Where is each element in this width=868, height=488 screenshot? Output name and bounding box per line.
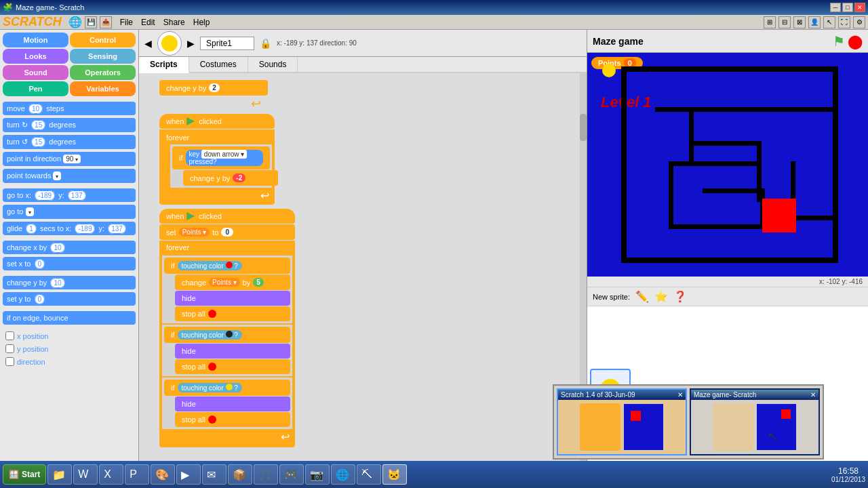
close-button[interactable]: ✕: [854, 3, 865, 12]
block-move-steps[interactable]: move 10 steps: [3, 102, 136, 115]
block-stop-all-3[interactable]: stop all: [175, 412, 290, 427]
taskbar-paint[interactable]: 🎨: [151, 464, 175, 485]
taskbar-game[interactable]: 🎮: [279, 464, 304, 485]
block-glide[interactable]: glide 1 secs to x: -189 y: 137: [3, 222, 136, 235]
tab-costumes[interactable]: Costumes: [189, 57, 248, 72]
block-point-towards[interactable]: point towards: [3, 169, 136, 183]
taskbar-email[interactable]: ✉: [202, 464, 226, 485]
stop-button[interactable]: ⬤: [848, 33, 863, 49]
block-when-clicked-1[interactable]: when clicked: [159, 114, 275, 129]
category-variables[interactable]: Variables: [70, 81, 136, 96]
taskbar: 🪟 Start 📁 W X P 🎨 ▶ ✉ 📦 🎵 🎮 📷 🌐 ⛏ 🐱: [0, 461, 868, 488]
sprite-name[interactable]: Sprite1: [200, 37, 254, 50]
block-goto-xy[interactable]: go to x: -189 y: 137: [3, 188, 136, 202]
block-if-on-edge[interactable]: if on edge, bounce: [3, 311, 136, 325]
stage-canvas: Points 0 Level 1: [587, 53, 868, 277]
block-y-pos[interactable]: y position: [3, 343, 136, 354]
block-set-points[interactable]: set Points ▾ to 0: [159, 224, 295, 240]
share-icon[interactable]: 📤: [100, 16, 112, 28]
taskbar-minecraft[interactable]: ⛏: [357, 464, 381, 485]
block-hide[interactable]: hide: [175, 291, 290, 306]
stage-normal-icon[interactable]: ⊞: [764, 16, 776, 28]
nav-right-icon[interactable]: ▶: [187, 38, 195, 49]
block-stop-all-2[interactable]: stop all: [175, 359, 290, 374]
block-change-x[interactable]: change x by 10: [3, 241, 136, 254]
menu-help[interactable]: Help: [193, 18, 210, 27]
maximize-button[interactable]: □: [842, 3, 853, 12]
help-sprite-icon[interactable]: ❓: [673, 290, 687, 303]
block-when-clicked-2[interactable]: when clicked: [159, 209, 295, 224]
block-set-y[interactable]: set y to 0: [3, 292, 136, 306]
block-x-pos[interactable]: x position: [3, 330, 136, 342]
category-motion[interactable]: Motion: [3, 33, 68, 47]
block-change-points-5[interactable]: change Points ▾ by 5: [175, 274, 290, 290]
arrow-icon[interactable]: ↖: [823, 16, 835, 28]
block-hide-2[interactable]: hide: [175, 344, 290, 359]
taskbar-media[interactable]: ▶: [176, 464, 201, 485]
star-icon[interactable]: ⭐: [654, 290, 668, 303]
thumb-window-1[interactable]: Scratch 1.4 of 30-Jun-09 ✕: [557, 388, 687, 455]
block-if-touching-yellow[interactable]: if touching color ?: [164, 380, 290, 396]
y-pos-checkbox[interactable]: [5, 344, 14, 353]
start-button[interactable]: 🪟 Start: [3, 464, 46, 485]
script-canvas[interactable]: change y by 2 ↩ when clicked forever if …: [139, 73, 587, 472]
taskbar-camera[interactable]: 📷: [305, 464, 330, 485]
taskbar-dropbox[interactable]: 📦: [228, 464, 252, 485]
category-sound[interactable]: Sound: [3, 65, 68, 80]
block-turn-cw[interactable]: turn ↻ 15 degrees: [3, 118, 136, 132]
taskbar-chrome[interactable]: 🌐: [331, 464, 355, 485]
category-looks[interactable]: Looks: [3, 49, 68, 64]
save-icon[interactable]: 💾: [85, 16, 97, 28]
globe-icon[interactable]: 🌐: [68, 16, 82, 28]
taskbar-powerpoint[interactable]: P: [125, 464, 149, 485]
paint-sprite-icon[interactable]: ✏️: [635, 290, 649, 303]
lock-icon[interactable]: 🔒: [260, 38, 271, 49]
tab-sounds[interactable]: Sounds: [248, 57, 298, 72]
menu-edit[interactable]: Edit: [141, 18, 155, 27]
menu-share[interactable]: Share: [163, 18, 185, 27]
block-change-y-neg2[interactable]: change y by -2: [183, 170, 278, 186]
scrollbar-thumb[interactable]: [580, 114, 587, 141]
block-change-y[interactable]: change y by 10: [3, 276, 136, 289]
block-stop-all-1[interactable]: stop all: [175, 306, 290, 321]
block-hide-3[interactable]: hide: [175, 396, 290, 411]
account-icon[interactable]: 👤: [808, 16, 821, 28]
stage-small-icon[interactable]: ⊟: [778, 16, 791, 28]
direction-checkbox[interactable]: [5, 357, 14, 366]
stage-large-icon[interactable]: ⊠: [793, 16, 806, 28]
taskbar-explorer[interactable]: 📁: [47, 464, 72, 485]
category-control[interactable]: Control: [70, 33, 136, 47]
block-goto[interactable]: go to: [3, 205, 136, 219]
nav-left-icon[interactable]: ◀: [144, 38, 152, 49]
block-if-touching-blue[interactable]: if touching color ?: [164, 327, 290, 343]
thumb-close-1[interactable]: ✕: [677, 391, 683, 399]
category-sensing[interactable]: Sensing: [70, 49, 136, 64]
green-flag-button[interactable]: ⚑: [833, 33, 845, 49]
block-turn-ccw[interactable]: turn ↺ 15 degrees: [3, 135, 136, 149]
forever-block-1[interactable]: forever if key down arrow ▾ pressed? cha…: [159, 129, 275, 205]
block-if-down[interactable]: if key down arrow ▾ pressed?: [172, 146, 270, 169]
tools-icon[interactable]: ⚙: [853, 16, 865, 28]
block-if-touching-red[interactable]: if touching color ?: [164, 258, 290, 274]
email-icon: ✉: [207, 468, 216, 481]
minimize-button[interactable]: ─: [830, 3, 841, 12]
menu-file[interactable]: File: [120, 18, 133, 27]
taskbar-word[interactable]: W: [73, 464, 98, 485]
taskbar-excel[interactable]: X: [99, 464, 123, 485]
block-point-direction[interactable]: point in direction 90: [3, 152, 136, 166]
forever-block-2: forever if touching color ? change Point…: [159, 241, 295, 447]
block-change-y-2[interactable]: change y by 2: [159, 80, 268, 96]
center-panel: ◀ ▶ Sprite1 🔒 x: -189 y: 137 direction: …: [139, 30, 587, 472]
taskbar-scratch-active[interactable]: 🐱: [382, 464, 407, 485]
thumb-close-2[interactable]: ✕: [810, 391, 816, 399]
taskbar-music[interactable]: 🎵: [254, 464, 278, 485]
x-pos-checkbox[interactable]: [5, 331, 14, 340]
block-set-x[interactable]: set x to 0: [3, 257, 136, 270]
fullscreen-icon[interactable]: ⛶: [838, 16, 850, 28]
paint-icon: 🎨: [155, 468, 169, 481]
tab-scripts[interactable]: Scripts: [139, 57, 189, 73]
block-direction[interactable]: direction: [3, 356, 136, 367]
thumb-window-2[interactable]: Maze game- Scratch ✕ ↖: [690, 388, 820, 455]
category-operators[interactable]: Operators: [70, 65, 136, 80]
category-pen[interactable]: Pen: [3, 81, 68, 96]
